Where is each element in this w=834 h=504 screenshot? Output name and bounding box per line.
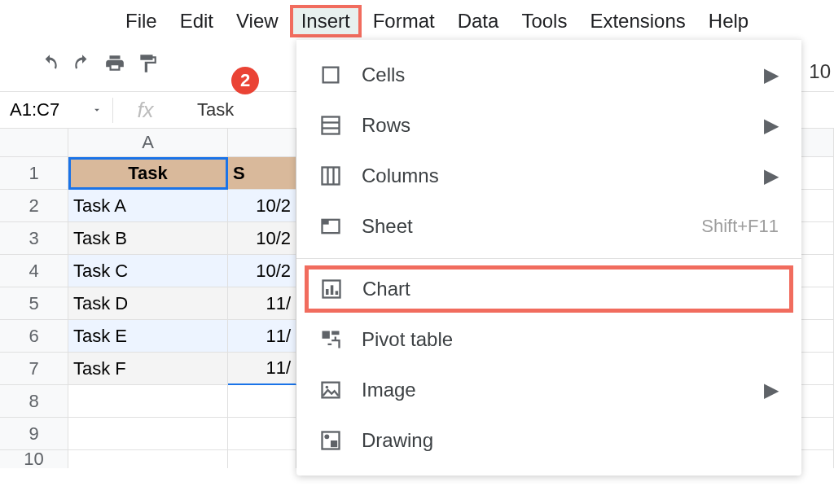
menu-view[interactable]: View: [225, 5, 290, 37]
row-header[interactable]: 8: [0, 385, 68, 418]
menu-item-image[interactable]: Image ▶: [296, 365, 801, 415]
caret-down-icon[interactable]: [91, 104, 103, 116]
menu-item-pivot-table[interactable]: Pivot table: [296, 314, 801, 365]
svg-point-16: [326, 386, 329, 389]
submenu-arrow-icon: ▶: [764, 64, 779, 86]
row-header[interactable]: 4: [0, 255, 68, 287]
cell[interactable]: [68, 450, 228, 468]
cell[interactable]: 10/2: [228, 190, 296, 222]
menu-insert[interactable]: Insert: [290, 5, 362, 37]
row-header[interactable]: 9: [0, 418, 68, 450]
cell[interactable]: [228, 450, 296, 468]
menu-item-rows[interactable]: Rows ▶: [296, 100, 801, 151]
cell[interactable]: [801, 450, 834, 468]
menu-item-label: Rows: [362, 114, 410, 137]
menu-extensions[interactable]: Extensions: [578, 5, 696, 37]
name-box[interactable]: A1:C7: [0, 99, 112, 121]
cell[interactable]: Task E: [68, 320, 228, 353]
undo-icon[interactable]: [39, 53, 60, 74]
cell[interactable]: [68, 418, 228, 450]
cell[interactable]: [801, 320, 834, 353]
cell[interactable]: [801, 222, 834, 255]
select-all-corner[interactable]: [0, 129, 68, 157]
cell[interactable]: [801, 255, 834, 287]
cell-header-task[interactable]: Task: [68, 157, 228, 190]
cell[interactable]: [801, 157, 834, 190]
cell[interactable]: [801, 385, 834, 418]
submenu-arrow-icon: ▶: [764, 164, 779, 187]
row-header[interactable]: 10: [0, 450, 68, 468]
column-header-b[interactable]: [228, 129, 296, 157]
svg-rect-8: [323, 220, 329, 225]
image-icon: [319, 379, 342, 401]
sheet-icon: [319, 215, 342, 238]
menu-format[interactable]: Format: [362, 5, 446, 37]
menu-item-sheet[interactable]: Sheet Shift+F11: [296, 201, 801, 252]
toolbar-right-value: 10: [809, 60, 834, 83]
cell[interactable]: [801, 418, 834, 450]
row-header[interactable]: 1: [0, 157, 68, 190]
column-header-right[interactable]: [801, 129, 834, 157]
menu-item-label: Columns: [362, 164, 439, 187]
cell[interactable]: Task D: [68, 287, 228, 320]
svg-rect-15: [323, 383, 340, 398]
menu-file[interactable]: File: [114, 5, 169, 37]
submenu-arrow-icon: ▶: [764, 114, 779, 137]
row-header[interactable]: 2: [0, 190, 68, 222]
menu-item-label: Cells: [362, 64, 405, 86]
redo-icon[interactable]: [72, 53, 93, 74]
svg-rect-4: [323, 168, 340, 185]
menu-shortcut: Shift+F11: [701, 216, 779, 237]
menu-item-label: Sheet: [362, 215, 413, 238]
cell[interactable]: [228, 385, 296, 418]
menu-item-columns[interactable]: Columns ▶: [296, 151, 801, 201]
cell[interactable]: Task F: [68, 353, 228, 385]
svg-rect-10: [326, 289, 329, 295]
row-header[interactable]: 6: [0, 320, 68, 353]
menu-item-cells[interactable]: Cells ▶: [296, 50, 801, 100]
insert-menu-dropdown: Cells ▶ Rows ▶ Columns ▶ Sheet Shift+F11…: [296, 39, 801, 476]
row-header[interactable]: 3: [0, 222, 68, 255]
cell[interactable]: Task B: [68, 222, 228, 255]
cell-header-col2[interactable]: S: [228, 157, 296, 190]
cell[interactable]: [801, 287, 834, 320]
menu-help[interactable]: Help: [697, 5, 760, 37]
menu-item-chart[interactable]: Chart: [305, 265, 793, 313]
cell[interactable]: [801, 353, 834, 385]
svg-rect-12: [336, 291, 339, 295]
svg-rect-14: [331, 331, 339, 335]
cell[interactable]: 10/2: [228, 222, 296, 255]
cell[interactable]: Task C: [68, 255, 228, 287]
cell[interactable]: 11/: [228, 287, 296, 320]
menu-tools[interactable]: Tools: [510, 5, 578, 37]
svg-rect-13: [323, 331, 330, 339]
columns-icon: [319, 164, 342, 187]
pivot-table-icon: [319, 328, 342, 351]
svg-rect-11: [331, 285, 334, 295]
menu-data[interactable]: Data: [446, 5, 511, 37]
menu-edit[interactable]: Edit: [169, 5, 225, 37]
drawing-icon: [319, 429, 342, 452]
cell[interactable]: 11/: [228, 353, 296, 385]
cells-icon: [319, 64, 342, 86]
menubar: File Edit View Insert Format Data Tools …: [0, 0, 834, 39]
column-header-a[interactable]: A: [68, 129, 228, 157]
menu-item-drawing[interactable]: Drawing: [296, 415, 801, 466]
paint-format-icon[interactable]: [137, 53, 158, 74]
cell[interactable]: [801, 190, 834, 222]
row-header[interactable]: 5: [0, 287, 68, 320]
fx-label: fx: [112, 98, 178, 123]
cell[interactable]: Task A: [68, 190, 228, 222]
cell[interactable]: 11/: [228, 320, 296, 353]
menu-item-label: Drawing: [362, 429, 433, 452]
menu-separator: [296, 258, 801, 259]
cell[interactable]: 10/2: [228, 255, 296, 287]
menu-item-label: Image: [362, 379, 416, 401]
formula-input[interactable]: Task: [178, 99, 234, 121]
svg-point-18: [324, 434, 329, 439]
cell[interactable]: [228, 418, 296, 450]
menu-item-label: Pivot table: [362, 328, 453, 351]
row-header[interactable]: 7: [0, 353, 68, 385]
print-icon[interactable]: [104, 53, 125, 74]
cell[interactable]: [68, 385, 228, 418]
